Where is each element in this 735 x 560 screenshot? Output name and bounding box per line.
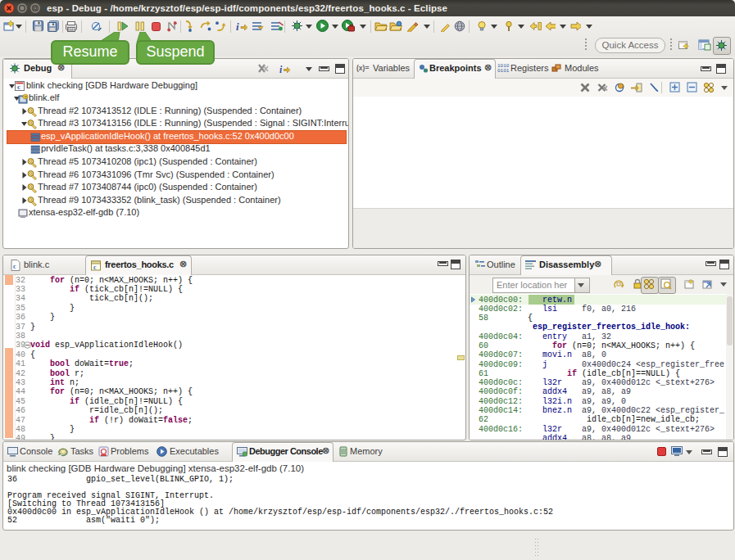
svg-text:c: c bbox=[13, 263, 16, 270]
svg-text:c: c bbox=[93, 264, 97, 271]
svg-text:i: i bbox=[279, 64, 283, 75]
svg-text:c: c bbox=[17, 83, 20, 91]
svg-text:i: i bbox=[236, 20, 239, 32]
svg-text:bbb: bbb bbox=[68, 28, 75, 32]
